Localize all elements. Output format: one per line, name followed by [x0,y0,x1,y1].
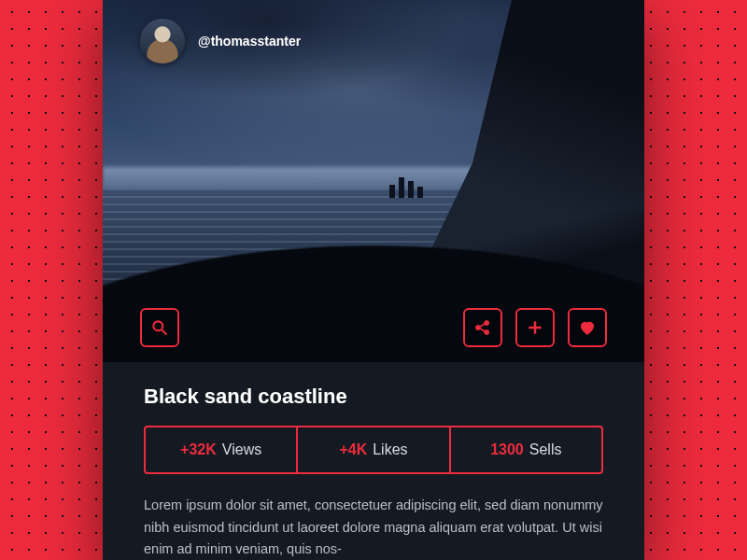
add-button[interactable] [515,308,555,347]
plus-icon [526,318,544,337]
stat-views: +32K Views [146,427,296,472]
stat-sells: 1300 Sells [449,427,601,472]
svg-line-1 [162,330,167,335]
info-panel: Black sand coastline +32K Views +4K Like… [103,362,644,560]
stat-likes: +4K Likes [296,427,448,472]
hero-image: @thomasstanter [103,0,644,362]
photo-title: Black sand coastline [144,385,603,409]
views-label: Views [222,441,261,458]
svg-point-0 [153,322,162,331]
photo-card: @thomasstanter Black sand coastline [103,0,644,560]
author-handle: @thomasstanter [198,34,301,49]
svg-line-6 [480,329,485,331]
svg-line-5 [480,324,485,327]
search-icon [150,318,169,337]
share-button[interactable] [463,308,502,347]
views-count: +32K [180,441,217,458]
avatar [140,19,185,63]
likes-count: +4K [339,441,367,458]
heart-icon [578,318,597,337]
page-background: @thomasstanter Black sand coastline [0,0,747,560]
sells-count: 1300 [490,441,524,458]
likes-label: Likes [373,441,407,458]
stats-bar: +32K Views +4K Likes 1300 Sells [144,426,603,474]
zoom-button[interactable] [140,308,179,347]
sells-label: Sells [529,441,562,458]
author-badge[interactable]: @thomasstanter [140,19,301,63]
action-bar [103,308,644,347]
like-button[interactable] [568,308,607,347]
photo-description: Lorem ipsum dolor sit amet, consectetuer… [144,495,603,560]
share-icon [473,318,492,337]
